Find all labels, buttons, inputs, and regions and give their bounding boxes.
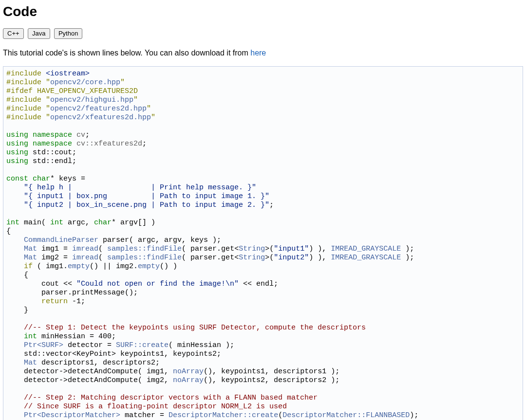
preproc: #include: [6, 96, 46, 104]
tab-java[interactable]: Java: [28, 28, 50, 39]
include-path: <iostream>: [46, 70, 90, 78]
func[interactable]: samples::findFile: [107, 254, 182, 262]
include-path[interactable]: opencv2/core.hpp: [50, 78, 120, 87]
func[interactable]: empty: [68, 262, 90, 271]
comment: //-- Step 1: Detect the keypoints using …: [6, 324, 366, 332]
preproc: #include: [6, 105, 46, 113]
func[interactable]: empty: [138, 262, 160, 271]
preproc: #ifdef HAVE_OPENCV_XFEATURES2D: [6, 87, 138, 95]
tab-python[interactable]: Python: [54, 28, 82, 39]
preproc: #include: [6, 70, 46, 78]
include-path[interactable]: opencv2/xfeatures2d.hpp: [50, 113, 151, 122]
namespace[interactable]: cv: [76, 131, 85, 139]
type[interactable]: String: [239, 254, 265, 262]
type[interactable]: Mat: [24, 359, 37, 367]
func[interactable]: DescriptorMatcher::create: [169, 411, 278, 420]
comment: // Since SURF is a floating-point descri…: [6, 402, 287, 411]
tab-cpp[interactable]: C++: [3, 28, 24, 39]
string-literal: "{ help h | | Print help message. }": [6, 183, 256, 192]
include-path[interactable]: opencv2/features2d.hpp: [50, 105, 147, 113]
func[interactable]: noArray: [173, 376, 204, 384]
include-path[interactable]: opencv2/highgui.hpp: [50, 96, 133, 104]
func[interactable]: samples::findFile: [107, 245, 182, 253]
string-literal: "{ input1 | box.png | Path to input imag…: [6, 192, 269, 201]
enum[interactable]: DescriptorMatcher::FLANNBASED: [282, 411, 410, 420]
type[interactable]: String: [239, 245, 265, 253]
language-tabs: C++ Java Python: [3, 28, 523, 39]
intro-paragraph: This tutorial code's is shown lines belo…: [3, 49, 523, 57]
type[interactable]: Mat: [24, 245, 37, 253]
string-literal: "Could not open or find the image!\n": [76, 280, 239, 288]
code-block: #include <iostream> #include "opencv2/co…: [3, 66, 523, 420]
enum[interactable]: IMREAD_GRAYSCALE: [331, 245, 401, 253]
intro-text: This tutorial code's is shown lines belo…: [3, 49, 250, 57]
preproc: #include: [6, 78, 46, 87]
section-heading: Code: [3, 3, 523, 19]
type[interactable]: Mat: [24, 254, 37, 262]
func[interactable]: SURF::create: [116, 341, 169, 349]
type[interactable]: Ptr<SURF>: [24, 341, 63, 349]
func[interactable]: imread: [72, 254, 98, 262]
download-link[interactable]: here: [250, 49, 266, 57]
func[interactable]: noArray: [173, 367, 204, 376]
preproc: #include: [6, 113, 46, 122]
comment: //-- Step 2: Matching descriptor vectors…: [6, 394, 318, 402]
string-literal: "{ input2 | box_in_scene.png | Path to i…: [6, 201, 269, 209]
enum[interactable]: IMREAD_GRAYSCALE: [331, 254, 401, 262]
type[interactable]: CommandLineParser: [24, 236, 98, 244]
namespace[interactable]: cv::xfeatures2d: [76, 140, 142, 148]
func[interactable]: imread: [72, 245, 98, 253]
type[interactable]: Ptr<DescriptorMatcher>: [24, 411, 120, 420]
